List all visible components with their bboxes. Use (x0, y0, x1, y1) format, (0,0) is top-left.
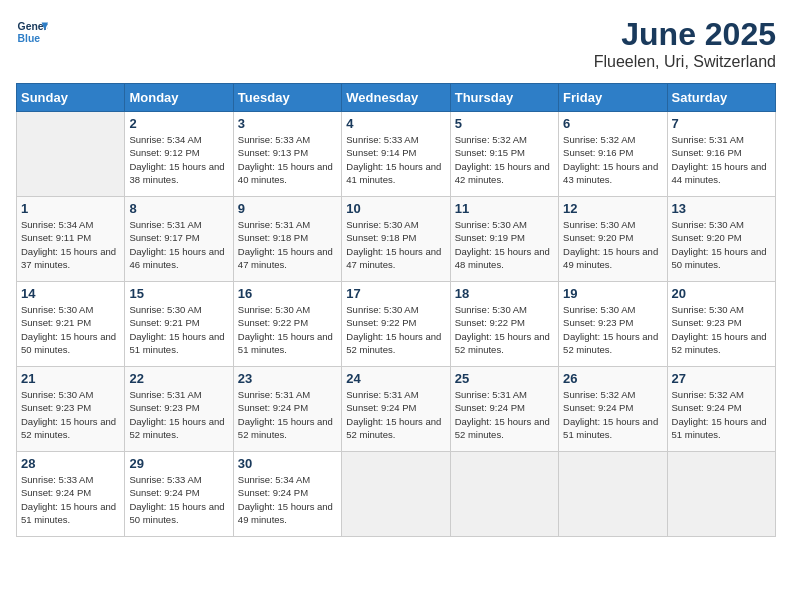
calendar-week-row: 21 Sunrise: 5:30 AM Sunset: 9:23 PM Dayl… (17, 367, 776, 452)
day-info: Sunrise: 5:33 AM Sunset: 9:14 PM Dayligh… (346, 133, 445, 186)
table-row: 22 Sunrise: 5:31 AM Sunset: 9:23 PM Dayl… (125, 367, 233, 452)
day-number: 24 (346, 371, 445, 386)
table-row: 29 Sunrise: 5:33 AM Sunset: 9:24 PM Dayl… (125, 452, 233, 537)
day-number: 25 (455, 371, 554, 386)
day-info: Sunrise: 5:30 AM Sunset: 9:22 PM Dayligh… (455, 303, 554, 356)
page-subtitle: Flueelen, Uri, Switzerland (594, 53, 776, 71)
day-number: 15 (129, 286, 228, 301)
day-info: Sunrise: 5:30 AM Sunset: 9:23 PM Dayligh… (672, 303, 771, 356)
header-wednesday: Wednesday (342, 84, 450, 112)
table-row: 26 Sunrise: 5:32 AM Sunset: 9:24 PM Dayl… (559, 367, 667, 452)
day-info: Sunrise: 5:31 AM Sunset: 9:17 PM Dayligh… (129, 218, 228, 271)
header-thursday: Thursday (450, 84, 558, 112)
day-info: Sunrise: 5:34 AM Sunset: 9:11 PM Dayligh… (21, 218, 120, 271)
calendar-week-row: 2 Sunrise: 5:34 AM Sunset: 9:12 PM Dayli… (17, 112, 776, 197)
day-number: 11 (455, 201, 554, 216)
table-row: 10 Sunrise: 5:30 AM Sunset: 9:18 PM Dayl… (342, 197, 450, 282)
table-row: 12 Sunrise: 5:30 AM Sunset: 9:20 PM Dayl… (559, 197, 667, 282)
table-row: 30 Sunrise: 5:34 AM Sunset: 9:24 PM Dayl… (233, 452, 341, 537)
day-number: 19 (563, 286, 662, 301)
table-row: 5 Sunrise: 5:32 AM Sunset: 9:15 PM Dayli… (450, 112, 558, 197)
day-number: 21 (21, 371, 120, 386)
day-info: Sunrise: 5:34 AM Sunset: 9:12 PM Dayligh… (129, 133, 228, 186)
table-row: 15 Sunrise: 5:30 AM Sunset: 9:21 PM Dayl… (125, 282, 233, 367)
day-info: Sunrise: 5:30 AM Sunset: 9:20 PM Dayligh… (563, 218, 662, 271)
day-number: 18 (455, 286, 554, 301)
table-row: 24 Sunrise: 5:31 AM Sunset: 9:24 PM Dayl… (342, 367, 450, 452)
day-number: 8 (129, 201, 228, 216)
title-area: June 2025 Flueelen, Uri, Switzerland (594, 16, 776, 71)
day-number: 6 (563, 116, 662, 131)
day-number: 27 (672, 371, 771, 386)
day-info: Sunrise: 5:33 AM Sunset: 9:24 PM Dayligh… (21, 473, 120, 526)
day-number: 5 (455, 116, 554, 131)
day-number: 10 (346, 201, 445, 216)
logo: General Blue (16, 16, 48, 48)
day-number: 22 (129, 371, 228, 386)
table-row: 13 Sunrise: 5:30 AM Sunset: 9:20 PM Dayl… (667, 197, 775, 282)
header-sunday: Sunday (17, 84, 125, 112)
table-row: 7 Sunrise: 5:31 AM Sunset: 9:16 PM Dayli… (667, 112, 775, 197)
day-number: 2 (129, 116, 228, 131)
table-row: 19 Sunrise: 5:30 AM Sunset: 9:23 PM Dayl… (559, 282, 667, 367)
day-number: 29 (129, 456, 228, 471)
table-row: 6 Sunrise: 5:32 AM Sunset: 9:16 PM Dayli… (559, 112, 667, 197)
day-info: Sunrise: 5:30 AM Sunset: 9:18 PM Dayligh… (346, 218, 445, 271)
day-number: 1 (21, 201, 120, 216)
header: General Blue June 2025 Flueelen, Uri, Sw… (16, 16, 776, 71)
table-row: 16 Sunrise: 5:30 AM Sunset: 9:22 PM Dayl… (233, 282, 341, 367)
day-info: Sunrise: 5:34 AM Sunset: 9:24 PM Dayligh… (238, 473, 337, 526)
table-row (342, 452, 450, 537)
calendar-table: Sunday Monday Tuesday Wednesday Thursday… (16, 83, 776, 537)
calendar-week-row: 14 Sunrise: 5:30 AM Sunset: 9:21 PM Dayl… (17, 282, 776, 367)
day-info: Sunrise: 5:33 AM Sunset: 9:24 PM Dayligh… (129, 473, 228, 526)
day-number: 14 (21, 286, 120, 301)
day-info: Sunrise: 5:30 AM Sunset: 9:20 PM Dayligh… (672, 218, 771, 271)
weekday-header-row: Sunday Monday Tuesday Wednesday Thursday… (17, 84, 776, 112)
day-info: Sunrise: 5:31 AM Sunset: 9:23 PM Dayligh… (129, 388, 228, 441)
table-row: 2 Sunrise: 5:34 AM Sunset: 9:12 PM Dayli… (125, 112, 233, 197)
day-info: Sunrise: 5:30 AM Sunset: 9:21 PM Dayligh… (21, 303, 120, 356)
day-info: Sunrise: 5:30 AM Sunset: 9:22 PM Dayligh… (238, 303, 337, 356)
table-row: 8 Sunrise: 5:31 AM Sunset: 9:17 PM Dayli… (125, 197, 233, 282)
day-number: 12 (563, 201, 662, 216)
table-row (450, 452, 558, 537)
day-info: Sunrise: 5:30 AM Sunset: 9:22 PM Dayligh… (346, 303, 445, 356)
day-info: Sunrise: 5:31 AM Sunset: 9:24 PM Dayligh… (455, 388, 554, 441)
table-row: 21 Sunrise: 5:30 AM Sunset: 9:23 PM Dayl… (17, 367, 125, 452)
day-number: 7 (672, 116, 771, 131)
table-row: 9 Sunrise: 5:31 AM Sunset: 9:18 PM Dayli… (233, 197, 341, 282)
table-row: 23 Sunrise: 5:31 AM Sunset: 9:24 PM Dayl… (233, 367, 341, 452)
table-row: 25 Sunrise: 5:31 AM Sunset: 9:24 PM Dayl… (450, 367, 558, 452)
table-row: 18 Sunrise: 5:30 AM Sunset: 9:22 PM Dayl… (450, 282, 558, 367)
day-number: 30 (238, 456, 337, 471)
table-row (559, 452, 667, 537)
table-row (17, 112, 125, 197)
day-info: Sunrise: 5:30 AM Sunset: 9:23 PM Dayligh… (21, 388, 120, 441)
day-number: 20 (672, 286, 771, 301)
header-saturday: Saturday (667, 84, 775, 112)
day-info: Sunrise: 5:30 AM Sunset: 9:19 PM Dayligh… (455, 218, 554, 271)
table-row: 1 Sunrise: 5:34 AM Sunset: 9:11 PM Dayli… (17, 197, 125, 282)
day-info: Sunrise: 5:31 AM Sunset: 9:18 PM Dayligh… (238, 218, 337, 271)
header-friday: Friday (559, 84, 667, 112)
day-number: 3 (238, 116, 337, 131)
header-monday: Monday (125, 84, 233, 112)
table-row: 3 Sunrise: 5:33 AM Sunset: 9:13 PM Dayli… (233, 112, 341, 197)
day-info: Sunrise: 5:32 AM Sunset: 9:24 PM Dayligh… (563, 388, 662, 441)
table-row: 4 Sunrise: 5:33 AM Sunset: 9:14 PM Dayli… (342, 112, 450, 197)
day-number: 4 (346, 116, 445, 131)
day-number: 23 (238, 371, 337, 386)
day-info: Sunrise: 5:31 AM Sunset: 9:24 PM Dayligh… (346, 388, 445, 441)
logo-icon: General Blue (16, 16, 48, 48)
table-row: 27 Sunrise: 5:32 AM Sunset: 9:24 PM Dayl… (667, 367, 775, 452)
page-title: June 2025 (594, 16, 776, 53)
day-number: 9 (238, 201, 337, 216)
day-number: 13 (672, 201, 771, 216)
header-tuesday: Tuesday (233, 84, 341, 112)
svg-text:Blue: Blue (18, 33, 41, 44)
day-info: Sunrise: 5:32 AM Sunset: 9:15 PM Dayligh… (455, 133, 554, 186)
day-number: 16 (238, 286, 337, 301)
table-row: 20 Sunrise: 5:30 AM Sunset: 9:23 PM Dayl… (667, 282, 775, 367)
table-row: 14 Sunrise: 5:30 AM Sunset: 9:21 PM Dayl… (17, 282, 125, 367)
